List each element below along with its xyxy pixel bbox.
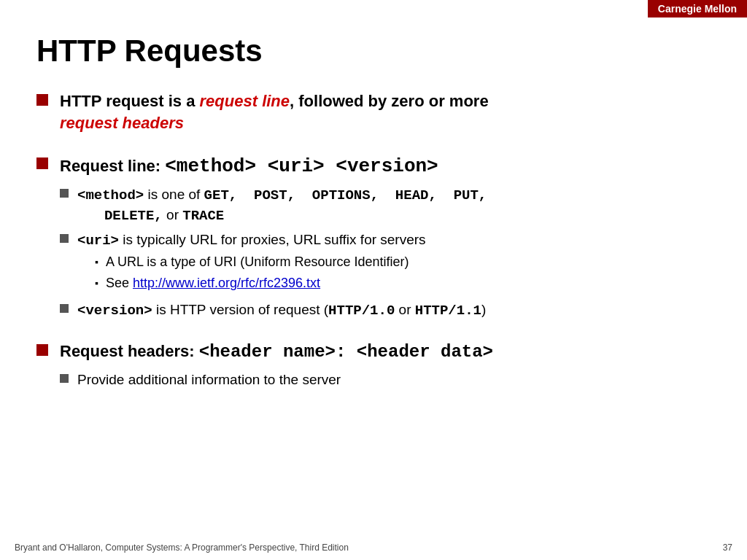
bullet-square-2 <box>36 158 48 169</box>
main-bullet-3: Request headers: <header name>: <header … <box>36 341 711 364</box>
provide-info-bullet-square <box>60 374 69 383</box>
provide-info-text: Provide additional information to the se… <box>77 372 341 387</box>
request-line-sub-bullets: <method> is one of GET, POST, OPTIONS, H… <box>60 185 711 320</box>
top-bar: Carnegie Mellon <box>648 0 747 18</box>
version-http10: HTTP/1.0 <box>328 303 395 319</box>
method-values: GET, POST, OPTIONS, HEAD, PUT, <box>204 187 487 203</box>
uri-sub-sub-text-1: A URL is a type of URI (Uniform Resource… <box>106 253 409 271</box>
bullet-section-3: Request headers: <header name>: <header … <box>36 341 711 389</box>
version-text-mid: or <box>395 302 414 317</box>
slide-content: HTTP Requests HTTP request is a request … <box>0 0 747 432</box>
rfc-link[interactable]: http://www.ietf.org/rfc/rfc2396.txt <box>133 276 320 290</box>
request-headers-label: Request headers: <box>60 342 199 360</box>
institution-label: Carnegie Mellon <box>658 3 737 15</box>
footer-left: Bryant and O'Hallaron, Computer Systems:… <box>15 542 349 553</box>
method-values2: DELETE, <box>104 208 163 224</box>
method-bullet-square <box>60 189 69 198</box>
uri-text: is typically URL for proxies, URL suffix… <box>119 232 426 247</box>
version-sub-bullet: <version> is HTTP version of request (HT… <box>60 300 711 321</box>
method-sub-bullet: <method> is one of GET, POST, OPTIONS, H… <box>60 185 711 225</box>
footer: Bryant and O'Hallaron, Computer Systems:… <box>0 542 747 553</box>
main-bullet-1: HTTP request is a request line, followed… <box>36 90 711 133</box>
uri-mono-label: <uri> <box>77 233 119 249</box>
provide-info-bullet-text: Provide additional information to the se… <box>77 370 341 390</box>
bullet1-prefix: HTTP request is a <box>60 92 200 110</box>
sub-sub-arrow-2: ▪ <box>95 276 98 291</box>
version-http11: HTTP/1.1 <box>415 303 481 319</box>
method-text-before: is one of <box>144 187 204 202</box>
request-headers-mono: <header name>: <header data> <box>199 342 493 362</box>
version-text-end: ) <box>481 302 486 317</box>
bullet-section-1: HTTP request is a request line, followed… <box>36 90 711 133</box>
method-mono-end: TRACE <box>182 208 224 224</box>
uri-sub-sub-bullet-1: ▪ A URL is a type of URI (Uniform Resour… <box>95 253 426 271</box>
footer-right: 37 <box>723 542 732 553</box>
request-line-mono: <method> <uri> <version> <box>165 155 438 177</box>
main-bullet-1-text: HTTP request is a request line, followed… <box>60 90 489 133</box>
version-bullet-text: <version> is HTTP version of request (HT… <box>77 300 486 321</box>
uri-sub-sub-bullet-2: ▪ See http://www.ietf.org/rfc/rfc2396.tx… <box>95 274 426 292</box>
method-bullet-text: <method> is one of GET, POST, OPTIONS, H… <box>77 185 487 225</box>
main-bullet-3-text: Request headers: <header name>: <header … <box>60 341 493 364</box>
method-text-after: or <box>163 207 182 222</box>
main-bullet-2-text: Request line: <method> <uri> <version> <box>60 154 438 179</box>
bullet1-highlight1: request line <box>200 92 290 110</box>
slide-title: HTTP Requests <box>36 34 711 69</box>
method-mono-label: <method> <box>77 187 144 203</box>
uri-sub-sub-text-2: See http://www.ietf.org/rfc/rfc2396.txt <box>106 274 320 292</box>
version-text-before: is HTTP version of request ( <box>152 302 328 317</box>
bullet-square-3 <box>36 344 48 356</box>
bullet1-highlight2: request headers <box>60 114 184 132</box>
bullet-square-1 <box>36 94 48 106</box>
main-bullet-2: Request line: <method> <uri> <version> <box>36 154 711 179</box>
bullet-section-2: Request line: <method> <uri> <version> <… <box>36 154 711 320</box>
uri-sub-sub-bullets: ▪ A URL is a type of URI (Uniform Resour… <box>95 253 426 292</box>
request-line-label: Request line: <box>60 157 165 175</box>
uri-bullet-square <box>60 234 69 243</box>
version-mono-label: <version> <box>77 303 152 319</box>
request-headers-sub-bullets: Provide additional information to the se… <box>60 370 711 390</box>
uri-sub-bullet: <uri> is typically URL for proxies, URL … <box>60 230 711 296</box>
sub-sub-arrow-1: ▪ <box>95 255 98 270</box>
uri-bullet-text: <uri> is typically URL for proxies, URL … <box>77 230 426 296</box>
provide-info-sub-bullet: Provide additional information to the se… <box>60 370 711 390</box>
version-bullet-square <box>60 304 69 313</box>
bullet1-middle: , followed by zero or more <box>290 92 489 110</box>
